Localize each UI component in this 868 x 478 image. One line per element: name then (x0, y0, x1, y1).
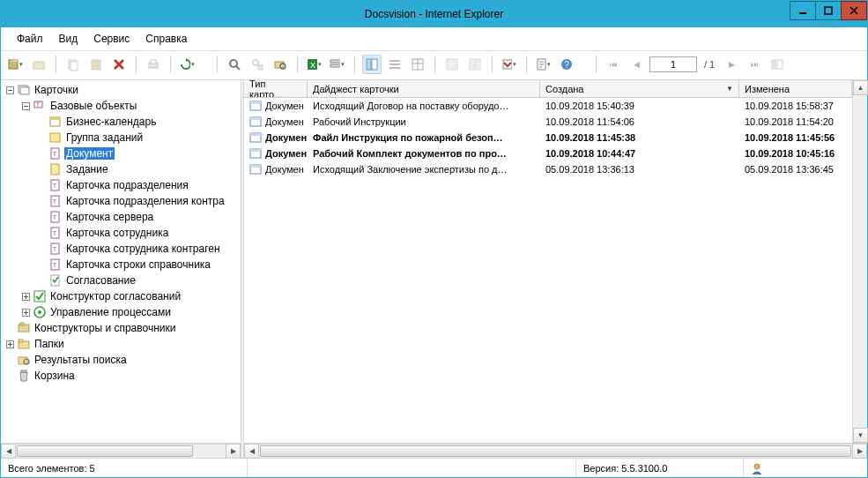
page-prev-button[interactable]: ◀ (627, 55, 646, 74)
svg-rect-73 (250, 149, 261, 152)
scroll-down-icon[interactable]: ▼ (853, 428, 868, 443)
col-created[interactable]: Создана▼ (540, 80, 739, 97)
table-row[interactable]: ДокуменФайл Инструкция по пожарной безоп… (244, 130, 852, 146)
tree-toggle[interactable] (20, 291, 31, 302)
tree-approval[interactable]: Согласование (64, 274, 137, 287)
tree-process-mgmt[interactable]: Управление процессами (48, 306, 173, 318)
refresh-button[interactable]: ▾ (178, 55, 197, 74)
settings-button[interactable]: ▾ (534, 55, 553, 74)
find-folder-button[interactable] (271, 55, 290, 74)
table-row[interactable]: ДокуменРабочий Комплект документов по пр… (244, 146, 852, 161)
col-digest[interactable]: Дайджест карточки (308, 80, 540, 97)
advanced-search-button[interactable] (248, 55, 267, 74)
status-count: Всего элементов: 5 (1, 459, 248, 477)
tree-toggle[interactable] (20, 307, 31, 317)
tree-unit-card-contra[interactable]: Карточка подразделения контра (64, 195, 226, 207)
tree-toggle[interactable] (4, 85, 15, 95)
filter-button[interactable]: ▾ (500, 55, 519, 74)
table-row[interactable]: ДокуменИсходящий Заключение экспертизы п… (244, 161, 852, 177)
svg-rect-27 (503, 60, 512, 69)
page-number-input[interactable] (649, 56, 697, 72)
scroll-left-icon[interactable]: ◀ (244, 444, 259, 459)
scroll-track[interactable] (853, 95, 867, 428)
tree-biz-calendar[interactable]: Бизнес-календарь (64, 116, 158, 128)
user-icon (751, 462, 763, 474)
minimize-button[interactable] (790, 1, 816, 20)
help-button[interactable]: ? (557, 55, 576, 74)
col-type[interactable]: Тип карто… (244, 80, 308, 97)
open-button[interactable] (29, 55, 48, 74)
tree-folders[interactable]: Папки (33, 338, 66, 350)
new-button[interactable]: ▾ (6, 55, 26, 74)
page-next-button[interactable]: ▶ (722, 55, 741, 74)
tree-recycle[interactable]: Корзина (33, 370, 77, 382)
page-last-button[interactable]: ⏭ (745, 55, 764, 74)
page-first-button[interactable]: ⏮ (604, 55, 623, 74)
view-mode-button[interactable]: ▾ (328, 55, 347, 74)
grid-vscroll[interactable]: ▲ ▼ (852, 80, 867, 443)
table-row[interactable]: ДокуменИсходящий Договор на поставку обо… (244, 98, 852, 114)
svg-rect-34 (20, 87, 29, 94)
toolbar-separator (217, 56, 218, 73)
scroll-thumb[interactable] (17, 445, 193, 457)
sort-desc-icon: ▼ (726, 85, 733, 93)
tree-approval-designer[interactable]: Конструктор согласований (48, 290, 182, 302)
tree-toggle[interactable] (4, 339, 15, 349)
svg-point-10 (253, 60, 258, 65)
tree-unit-card[interactable]: Карточка подразделения (64, 179, 190, 191)
tree-employee-card[interactable]: Карточка сотрудника (64, 227, 170, 239)
close-button[interactable] (841, 1, 867, 20)
page-jump-button[interactable] (768, 55, 787, 74)
scroll-right-icon[interactable]: ▶ (852, 444, 867, 459)
main-area: Карточки T Базовые объекты (1, 80, 867, 458)
filter-icon (501, 57, 512, 71)
paste-button[interactable] (86, 55, 106, 74)
menu-service[interactable]: Сервис (86, 31, 137, 47)
scroll-thumb[interactable] (260, 445, 851, 457)
layout-grid-button[interactable] (408, 55, 427, 74)
layout-list-button[interactable] (385, 55, 404, 74)
menu-file[interactable]: Файл (10, 31, 50, 47)
tree-ref-row-card[interactable]: Карточка строки справочника (64, 258, 212, 271)
tree-ref-designers[interactable]: Конструкторы и справочники (33, 322, 177, 334)
tree-root-label[interactable]: Карточки (33, 84, 80, 96)
ungroup-button[interactable] (465, 55, 485, 74)
scroll-left-icon[interactable]: ◀ (1, 444, 16, 459)
grid-hscroll[interactable]: ◀ ▶ (244, 443, 867, 458)
svg-rect-65 (21, 370, 26, 372)
tree-employee-card-contragent[interactable]: Карточка сотрудника контраген (64, 243, 222, 255)
tree-task-group[interactable]: Группа заданий (64, 131, 145, 144)
svg-rect-26 (476, 59, 480, 70)
table-row[interactable]: ДокуменРабочий Инструкции10.09.2018 11:5… (244, 114, 852, 130)
col-modified[interactable]: Изменена (739, 80, 852, 97)
tree-base-objects[interactable]: Базовые объекты (48, 100, 138, 112)
tree-task[interactable]: Задание (64, 163, 110, 176)
delete-button[interactable] (109, 55, 129, 74)
copy-button[interactable] (63, 55, 83, 74)
tree-hscroll[interactable]: ◀ ▶ (1, 443, 241, 458)
scroll-up-icon[interactable]: ▲ (853, 80, 868, 95)
tree-document[interactable]: Документ (64, 147, 115, 160)
menu-bar: Файл Вид Сервис Справка (1, 27, 867, 51)
tree-toggle[interactable] (20, 101, 31, 111)
scroll-track[interactable] (16, 444, 226, 459)
maximize-button[interactable] (815, 1, 842, 20)
search-button[interactable] (225, 55, 244, 74)
next-icon: ▶ (729, 60, 735, 69)
scroll-track[interactable] (259, 444, 852, 459)
scroll-right-icon[interactable]: ▶ (226, 444, 241, 459)
folders-icon (17, 337, 31, 351)
layout-tree-button[interactable] (362, 55, 382, 74)
cell-created: 05.09.2018 13:36:13 (540, 164, 739, 175)
status-spacer (248, 459, 576, 477)
page-total-label: / 1 (701, 59, 718, 70)
menu-view[interactable]: Вид (52, 31, 85, 47)
tree-search-results[interactable]: Результаты поиска (33, 354, 129, 366)
cell-digest: Исходящий Заключение экспертизы по д… (308, 164, 540, 175)
export-excel-button[interactable]: X▾ (305, 55, 324, 74)
tree-server-card[interactable]: Карточка сервера (64, 211, 155, 223)
group-button[interactable] (442, 55, 462, 74)
cell-modified: 10.09.2018 15:58:37 (739, 101, 852, 111)
menu-help[interactable]: Справка (138, 31, 194, 47)
print-button[interactable] (144, 55, 163, 74)
